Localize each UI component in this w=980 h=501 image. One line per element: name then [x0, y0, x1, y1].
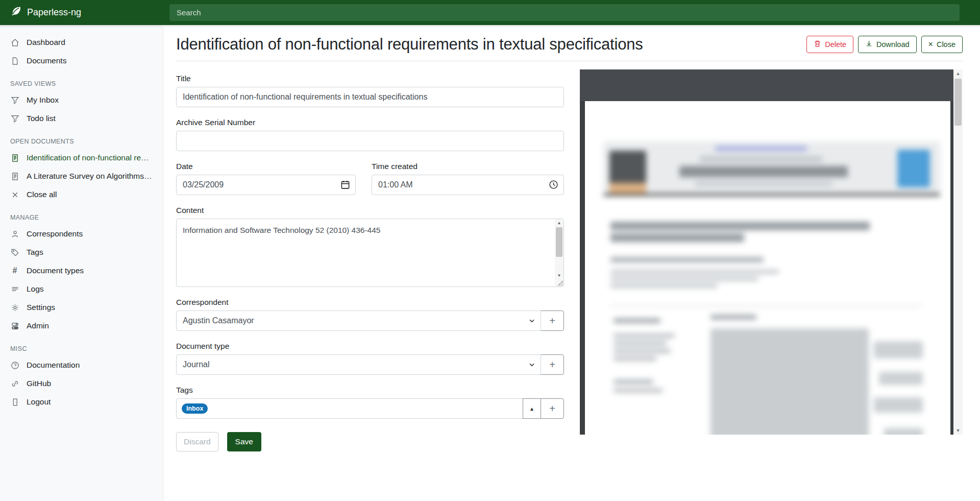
file-text-icon: [10, 153, 19, 162]
sidebar-section-manage: MANAGE: [0, 204, 163, 225]
delete-button-label: Delete: [825, 40, 846, 49]
pdf-toolbar: [580, 69, 953, 101]
tags-collapse-button[interactable]: ▲: [523, 398, 541, 419]
close-button[interactable]: × Close: [921, 36, 963, 53]
scroll-down-arrow[interactable]: ▼: [555, 272, 564, 279]
sidebar-item-github[interactable]: GitHub: [0, 374, 163, 393]
file-text-icon: [10, 172, 19, 181]
pdf-scroll-down-arrow[interactable]: ▼: [953, 426, 963, 435]
pdf-viewport[interactable]: [580, 101, 953, 435]
sidebar-open-doc-2[interactable]: A Literature Survey on Algorithms for Mu…: [0, 167, 163, 185]
tags-input[interactable]: Inbox: [176, 398, 523, 419]
link-icon: [10, 379, 19, 388]
asn-label: Archive Serial Number: [176, 118, 564, 127]
pdf-scrollbar[interactable]: ▲ ▼: [953, 69, 963, 435]
door-icon: [10, 397, 19, 407]
textarea-resize-grip[interactable]: [557, 280, 563, 286]
tag-icon: [10, 248, 19, 257]
sidebar-open-doc-1[interactable]: Identification of non-functional require…: [0, 149, 163, 167]
scroll-thumb[interactable]: [556, 227, 562, 257]
sidebar-item-documents[interactable]: Documents: [0, 52, 163, 70]
sidebar-item-close-all[interactable]: Close all: [0, 185, 163, 204]
sidebar-item-label: My Inbox: [27, 96, 59, 105]
content-row: Title Archive Serial Number Date Time cr…: [176, 61, 963, 451]
document-type-select[interactable]: Journal: [176, 354, 541, 375]
save-button[interactable]: Save: [227, 432, 261, 451]
add-document-type-button[interactable]: +: [541, 354, 564, 375]
sidebar-item-label: Todo list: [27, 114, 56, 123]
download-button-label: Download: [876, 40, 910, 49]
toggles-icon: [10, 321, 19, 330]
pdf-scroll-up-arrow[interactable]: ▲: [953, 69, 963, 78]
sidebar-section-open-documents: OPEN DOCUMENTS: [0, 128, 163, 149]
time-created-label: Time created: [372, 162, 564, 171]
sidebar-item-label: Documentation: [27, 361, 80, 370]
sidebar-item-settings[interactable]: Settings: [0, 298, 163, 317]
sidebar-item-label: Logs: [27, 284, 44, 294]
content-label: Content: [176, 206, 564, 215]
sidebar-item-label: A Literature Survey on Algorithms for Mu…: [27, 172, 153, 181]
question-circle-icon: [10, 361, 19, 370]
app-brand[interactable]: Paperless-ng: [0, 6, 163, 19]
sidebar-item-label: Logout: [27, 397, 51, 407]
leaf-logo-icon: [10, 6, 21, 19]
download-icon: [865, 40, 873, 49]
pdf-scroll-thumb[interactable]: [954, 79, 962, 126]
gear-icon: [10, 303, 19, 312]
correspondent-select[interactable]: Agustin Casamayor: [176, 311, 541, 331]
hash-icon: #: [10, 266, 19, 275]
discard-button[interactable]: Discard: [176, 432, 218, 451]
chevron-down-icon: [528, 361, 535, 368]
main-content: Identification of non-functional require…: [163, 25, 980, 501]
brand-label: Paperless-ng: [27, 7, 81, 18]
sidebar-item-label: Documents: [27, 56, 66, 65]
sidebar-item-todo-list[interactable]: Todo list: [0, 109, 163, 128]
sidebar-item-document-types[interactable]: # Document types: [0, 261, 163, 280]
sidebar-item-logs[interactable]: Logs: [0, 280, 163, 298]
page-header: Identification of non-functional require…: [176, 25, 963, 61]
filter-icon: [10, 96, 19, 105]
sidebar-item-dashboard[interactable]: Dashboard: [0, 33, 163, 52]
correspondent-label: Correspondent: [176, 298, 564, 307]
sidebar-item-my-inbox[interactable]: My Inbox: [0, 91, 163, 109]
scroll-up-arrow[interactable]: ▲: [555, 219, 564, 227]
tags-label: Tags: [176, 386, 564, 395]
close-icon: [10, 190, 19, 199]
content-scrollbar[interactable]: ▲ ▼: [555, 219, 564, 287]
list-lines-icon: [10, 284, 19, 294]
download-button[interactable]: Download: [858, 36, 917, 53]
date-input[interactable]: [176, 175, 356, 195]
header-actions: Delete Download × Close: [806, 36, 963, 53]
time-created-input[interactable]: [372, 175, 564, 195]
document-form: Title Archive Serial Number Date Time cr…: [176, 69, 564, 451]
sidebar: Dashboard Documents SAVED VIEWS My Inbox…: [0, 25, 163, 501]
sidebar-item-admin[interactable]: Admin: [0, 317, 163, 335]
sidebar-item-label: GitHub: [27, 379, 51, 388]
sidebar-item-label: Tags: [27, 248, 43, 257]
close-icon: ×: [928, 40, 933, 49]
file-icon: [10, 56, 19, 65]
close-button-label: Close: [937, 40, 955, 49]
title-input[interactable]: [176, 87, 564, 107]
tag-inbox-pill[interactable]: Inbox: [182, 403, 208, 414]
sidebar-item-documentation[interactable]: Documentation: [0, 356, 163, 374]
sidebar-item-tags[interactable]: Tags: [0, 243, 163, 261]
search-input[interactable]: [169, 4, 960, 21]
content-textarea[interactable]: Information and Software Technology 52 (…: [176, 219, 564, 287]
sidebar-item-label: Settings: [27, 303, 55, 312]
person-icon: [10, 229, 19, 238]
correspondent-value: Agustin Casamayor: [183, 316, 254, 325]
sidebar-item-label: Identification of non-functional require…: [27, 153, 153, 162]
sidebar-section-misc: MISC: [0, 335, 163, 356]
add-correspondent-button[interactable]: +: [541, 311, 564, 331]
sidebar-section-saved-views: SAVED VIEWS: [0, 70, 163, 91]
asn-input[interactable]: [176, 131, 564, 151]
sidebar-item-label: Correspondents: [27, 229, 83, 238]
sidebar-item-label: Dashboard: [27, 38, 65, 47]
sidebar-item-logout[interactable]: Logout: [0, 393, 163, 411]
delete-button[interactable]: Delete: [806, 36, 853, 53]
top-navbar: Paperless-ng: [0, 0, 980, 25]
sidebar-item-correspondents[interactable]: Correspondents: [0, 225, 163, 243]
pdf-preview-panel: ▲ ▼: [580, 69, 963, 435]
add-tag-button[interactable]: +: [541, 398, 564, 419]
